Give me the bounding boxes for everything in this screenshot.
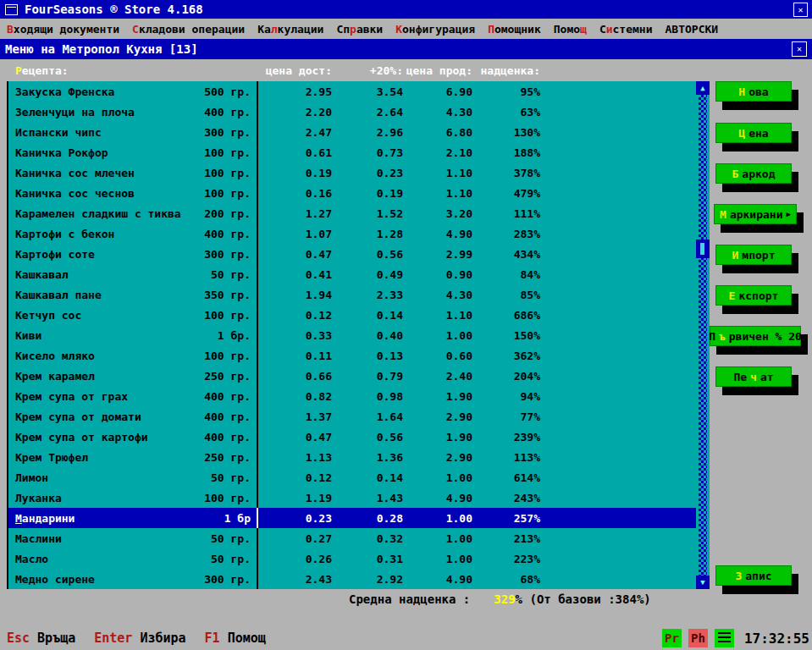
table-row[interactable]: Кисело мляко100 гр.0.110.130.60362% — [8, 345, 696, 366]
table-row[interactable]: Кашкавал50 гр.0.410.490.9084% — [8, 264, 696, 284]
table-row[interactable]: Маслини50 гр.0.270.321.00213% — [8, 528, 696, 548]
table-row[interactable]: Крем супа от домати400 гр.1.371.642.9077… — [8, 406, 696, 427]
column-header-recipe: Рецепта: — [15, 64, 195, 77]
list-icon[interactable] — [715, 629, 734, 647]
table-row[interactable]: Киви1 бр.0.330.401.00150% — [8, 325, 696, 345]
status-label: Средна надценка : — [349, 592, 470, 606]
table-row[interactable]: Крем супа от грах400 гр.0.820.981.9094% — [8, 386, 696, 406]
menu-item[interactable]: Складови операции — [132, 23, 245, 36]
footer-bar: EscВръщаEnterИзбираF1Помощ Pr Ph 17:32:5… — [0, 626, 812, 650]
table-row[interactable]: Каничка Рокфор100 гр.0.610.732.10188% — [8, 142, 696, 162]
hotkey-action: Връща — [37, 631, 75, 646]
menu-item[interactable]: Помощ — [554, 23, 587, 36]
column-header-plus20: +20%: — [332, 64, 403, 77]
table-row[interactable]: Карамелен сладкиш с тиква200 гр.1.271.52… — [8, 203, 696, 223]
table-row[interactable]: Зеленчуци на плоча400 гр.2.202.644.3063% — [8, 102, 696, 122]
table-row[interactable]: Мандарини1 бр0.230.281.00257% — [8, 508, 696, 528]
table-row[interactable]: Медно сирене300 гр.2.432.924.9068% — [8, 569, 696, 589]
table-row[interactable]: Кашкавал пане350 гр.1.942.334.3085% — [8, 284, 696, 305]
app-window: FourSeasons ® Store 4.168 ✕ Входящи доку… — [0, 0, 812, 650]
close-icon[interactable]: ✕ — [793, 3, 808, 17]
hotkey-label: F1 — [205, 631, 220, 646]
action-button-експорт[interactable]: Експорт — [715, 285, 792, 306]
menu-item[interactable]: Помощник — [488, 23, 541, 36]
recipe-table: Закуска Френска500 гр.2.953.546.9095%Зел… — [7, 81, 710, 589]
action-button-запис[interactable]: Запис — [715, 565, 792, 586]
table-row[interactable]: Крем Трюфел250 гр.1.131.362.90113% — [8, 447, 696, 467]
scroll-down-icon[interactable]: ▼ — [696, 576, 710, 589]
menu-item[interactable]: Конфигурация — [395, 23, 475, 36]
document-close-icon[interactable]: ✕ — [792, 41, 807, 57]
table-row[interactable]: Луканка100 гр.1.191.434.90243% — [8, 488, 696, 508]
table-row[interactable]: Картофи с бекон400 гр.1.071.284.90283% — [8, 223, 696, 244]
status-line: Средна надценка : 329 % (От базови :384%… — [0, 589, 812, 609]
table-row[interactable]: Крем карамел250 гр.0.660.792.40204% — [8, 366, 696, 386]
footer-right: Pr Ph 17:32:55 — [662, 629, 809, 647]
hotkey-action: Помощ — [228, 631, 266, 646]
action-button-печат[interactable]: Печат — [715, 366, 792, 387]
footer-keys: EscВръщаEnterИзбираF1Помощ — [7, 631, 277, 646]
table-row[interactable]: Лимон50 гр.0.120.141.00614% — [8, 467, 696, 488]
action-button-импорт[interactable]: Импорт — [715, 245, 792, 265]
table-row[interactable]: Каничка сос чеснов100 гр.0.160.191.10479… — [8, 183, 696, 203]
scroll-thumb[interactable] — [696, 240, 710, 258]
document-titlebar: Меню на Метропол Кухня [13] ✕ — [0, 39, 812, 59]
phone-indicator[interactable]: Ph — [688, 629, 708, 647]
table-row[interactable]: Масло50 гр.0.260.311.00223% — [8, 548, 696, 569]
scroll-up-icon[interactable]: ▲ — [696, 81, 710, 95]
table-row[interactable]: Закуска Френска500 гр.2.953.546.9095% — [8, 81, 696, 102]
scroll-track[interactable] — [699, 95, 707, 576]
column-header-markup: надценка: — [472, 64, 540, 77]
hotkey-label: Enter — [94, 631, 132, 646]
menubar: Входящи документиСкладови операцииКалкул… — [0, 19, 812, 39]
table-row[interactable]: Испански чипс300 гр.2.472.966.80130% — [8, 122, 696, 142]
printer-indicator[interactable]: Pr — [662, 629, 682, 647]
action-button-баркод[interactable]: Баркод — [715, 163, 792, 184]
action-button-цена[interactable]: Цена — [715, 123, 792, 143]
column-header-sale: цена прод: — [403, 64, 472, 77]
window-icon[interactable] — [5, 4, 18, 15]
menu-item[interactable]: АВТОРСКИ — [666, 23, 719, 36]
menu-item[interactable]: Системни — [599, 23, 653, 36]
column-header-cost: цена дост: — [262, 64, 332, 77]
hotkey-label: Esc — [7, 631, 30, 646]
hotkey-action: Избира — [140, 631, 185, 646]
titlebar: FourSeasons ® Store 4.168 ✕ — [0, 0, 812, 19]
action-button-маркирани[interactable]: Маркирани▶ — [714, 204, 797, 224]
action-button-нова[interactable]: Нова — [715, 81, 792, 102]
table-row[interactable]: Крем супа от картофи400 гр.0.470.561.902… — [8, 427, 696, 447]
app-title: FourSeasons ® Store 4.168 — [25, 3, 203, 16]
menu-item[interactable]: Калкулации — [257, 23, 323, 36]
clock: 17:32:55 — [744, 631, 809, 647]
table-row[interactable]: Кетчуп сос100 гр.0.120.141.10686% — [8, 305, 696, 325]
table-row[interactable]: Картофи соте300 гр.0.470.562.99434% — [8, 244, 696, 264]
document-title: Меню на Метропол Кухня [13] — [5, 42, 198, 56]
status-suffix: % (От базови :384%) — [516, 592, 651, 606]
menu-item[interactable]: Входящи документи — [7, 23, 119, 36]
submenu-arrow-icon: ▶ — [787, 210, 791, 218]
scrollbar[interactable]: ▲ ▼ — [696, 81, 710, 589]
table-header: Рецепта: цена дост: +20%: цена прод: над… — [0, 59, 812, 81]
action-button-първичен-20[interactable]: Първичен % 20 — [710, 326, 801, 346]
table-row[interactable]: Каничка сос млечен100 гр.0.190.231.10378… — [8, 162, 696, 183]
status-value: 329 — [494, 592, 515, 606]
menu-item[interactable]: Справки — [336, 23, 383, 36]
